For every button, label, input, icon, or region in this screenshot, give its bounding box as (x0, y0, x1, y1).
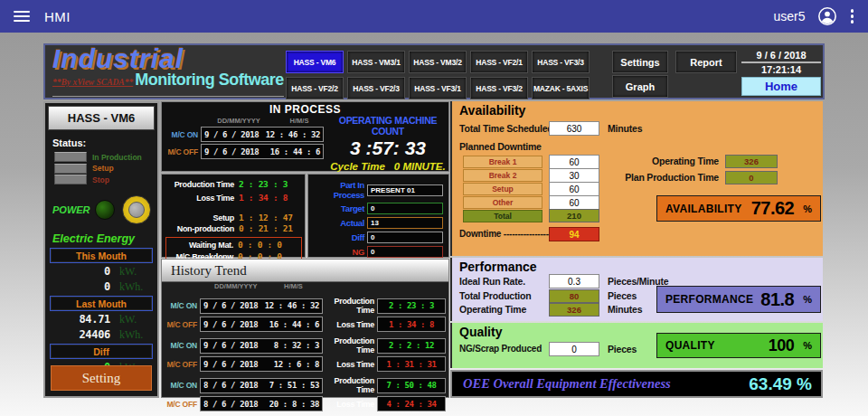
tab-hass-vf3-1[interactable]: HASS - VF3/1 (409, 77, 467, 99)
availability-panel: Availability Total Time Scheduled Minute… (450, 101, 823, 256)
status-label-stop: Stop (92, 175, 109, 184)
setup-downtime-input[interactable] (549, 182, 599, 196)
break1-input[interactable] (549, 155, 599, 169)
setup-label: Setup (162, 213, 234, 222)
tab-hass-vf3-2[interactable]: HASS - VF3/2 (470, 77, 528, 99)
tab-hass-vm6[interactable]: HASS - VM6 (286, 51, 344, 73)
logo-subtitle: Monitoring Software (135, 71, 284, 90)
history-row-group: M/C ON 8 / 6 / 2018 7 : 51 : 53 Producti… (162, 376, 448, 411)
last-month-kw-value: 84.71 (45, 313, 110, 326)
mc-off-label: M/C OFF (164, 147, 198, 156)
power-led-indicator (95, 200, 115, 220)
electric-energy-label: Electric Energy (52, 232, 157, 245)
performance-title: Performance (459, 260, 537, 274)
tab-hass-vf2-2[interactable]: HASS - VF2/2 (286, 77, 344, 99)
target-value: 0 (367, 203, 443, 214)
setup-downtime-label: Setup (463, 183, 542, 195)
header-time: 17:21:14 (741, 64, 821, 75)
break1-label: Break 1 (463, 156, 542, 168)
tab-hass-vf2-3[interactable]: HASS - VF2/3 (347, 77, 405, 99)
tab-hass-vm3-1[interactable]: HASS - VM3/1 (347, 51, 405, 73)
mc-off-display: 9 / 6 / 2018 16 : 44 : 6 (201, 144, 324, 159)
availability-percent-value: 77.62 (751, 198, 795, 219)
status-indicator-in-production (54, 152, 87, 162)
on-time: 7 : 51 : 53 (269, 381, 319, 390)
loss-time-label: Loss Time (323, 360, 377, 369)
tab-hass-vm3-2[interactable]: HASS - VM3/2 (409, 51, 467, 73)
production-time-label: Production Time (162, 180, 234, 189)
ideal-run-rate-label: Ideal Run Rate. (459, 276, 525, 287)
on-date: 8 / 6 / 2018 (203, 381, 258, 390)
downtime-value: 94 (549, 227, 599, 241)
logo-byline: **By xView SCADA** (52, 78, 133, 87)
mc-off-display: 9 / 6 / 2018 12 : 6 : 8 (200, 356, 323, 372)
loss-time-label: Loss Time (323, 400, 377, 409)
diff-header: Diff (50, 344, 153, 359)
performance-badge: PERFORMANCE 81.8 % (656, 286, 821, 313)
ideal-run-rate-input[interactable] (549, 274, 599, 288)
status-row-setup: Setup (54, 164, 157, 174)
non-production-value: 0 : 21 : 21 (239, 223, 293, 233)
app-title: HMI (44, 9, 71, 24)
waiting-material-label: Waiting Mat. (166, 241, 233, 250)
operating-machine-count-value: 3 :57: 33 (330, 137, 446, 159)
target-label: Target (308, 203, 364, 213)
operating-time-value: 326 (725, 155, 778, 168)
tab-mazak-5axis[interactable]: MAZAK - 5AXIS (532, 77, 590, 99)
in-process-title: IN PROCESS (162, 103, 448, 116)
off-date: 9 / 6 / 2018 (203, 320, 258, 329)
account-icon[interactable] (817, 6, 837, 26)
username-label: user5 (773, 9, 805, 24)
tab-hass-vf3-3[interactable]: HASS - VF3/3 (532, 51, 590, 73)
actual-label: Actual (308, 218, 364, 228)
emergency-stop-button[interactable] (122, 195, 151, 224)
production-time-panel: Production Time 2 : 23 : 3 Loss Time 1 :… (161, 174, 306, 258)
tab-hass-vf2-1[interactable]: HASS - VF2/1 (470, 51, 528, 73)
time-column-header: H/M/S (284, 282, 303, 290)
pt-value: 2 : 23 : 3 (389, 301, 434, 310)
cycle-time-label: Cycle Time (330, 161, 385, 172)
machine-panel: HASS - VM6 Status: In Production Setup S… (43, 101, 159, 398)
mc-off-display: 8 / 6 / 2018 20 : 8 : 38 (200, 396, 323, 411)
other-downtime-label: Other (463, 196, 542, 209)
mc-on-label: M/C ON (164, 130, 198, 139)
operating-machine-count-label: OPERATING MACHINE COUNT (330, 115, 446, 137)
status-row-in-production: In Production (54, 152, 157, 162)
last-month-kwh-value: 24406 (45, 328, 110, 341)
oee-label: OEE Overall Equipment Effectiveness (463, 376, 671, 392)
total-time-scheduled-input[interactable] (549, 121, 599, 136)
setting-button[interactable]: Setting (51, 365, 152, 391)
performance-percent-value: 81.8 (760, 289, 794, 310)
mc-off-time: 16 : 44 : 6 (270, 147, 320, 156)
this-month-kwh-value: 0 (45, 280, 110, 293)
other-downtime-input[interactable] (549, 195, 599, 210)
non-production-label: Non-production (162, 224, 234, 233)
total-production-value: 80 (549, 289, 599, 303)
kebab-menu-icon[interactable] (849, 7, 856, 25)
plan-production-time-label: Plan Production Time (588, 172, 719, 183)
ng-label: NG (308, 247, 364, 257)
pieces-unit-label: Pieces (608, 344, 637, 355)
percent-sign: % (803, 294, 812, 305)
settings-button[interactable]: Settings (612, 51, 668, 73)
mc-on-label: M/C ON (165, 301, 197, 310)
quality-percent-value: 100 (769, 336, 795, 355)
off-date: 9 / 6 / 2018 (203, 360, 258, 369)
off-time: 20 : 8 : 38 (269, 400, 319, 409)
on-date: 9 / 6 / 2018 (203, 301, 258, 310)
setup-value: 1 : 12 : 47 (239, 213, 293, 222)
pt-value: 2 : 2 : 12 (389, 341, 434, 350)
report-button[interactable]: Report (675, 51, 737, 73)
time-column-header: H/M/S (279, 117, 319, 125)
cycle-time-value: 0 MINUTE. (394, 161, 446, 172)
status-indicator-stop (54, 175, 87, 184)
graph-button[interactable]: Graph (612, 75, 668, 98)
home-button[interactable]: Home (741, 77, 821, 96)
mc-off-label: M/C OFF (165, 400, 197, 409)
part-in-process-panel: Part In Process PRESENT 01 Target 0 Actu… (307, 174, 449, 258)
minutes-unit-label: Minutes (608, 304, 642, 315)
ng-scrap-produced-input[interactable] (549, 342, 599, 356)
waiting-material-value: 0 : 0 : 0 (238, 240, 282, 250)
history-row-group: M/C ON 9 / 6 / 2018 12 : 46 : 32 Product… (162, 297, 448, 332)
menu-icon[interactable] (14, 11, 30, 23)
